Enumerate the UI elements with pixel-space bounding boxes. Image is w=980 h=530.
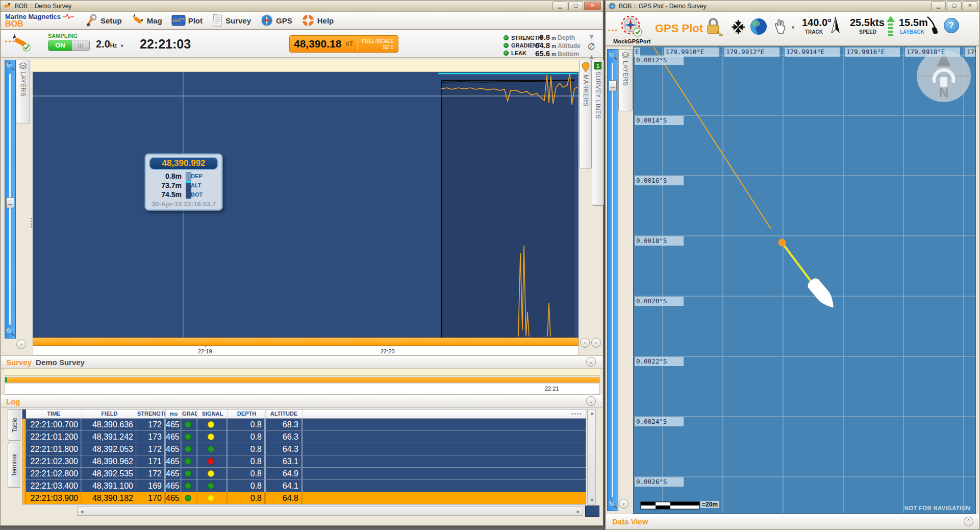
menu-survey[interactable]: Survey: [209, 12, 257, 29]
marker-pin-icon: [582, 62, 590, 73]
menu-help[interactable]: Help: [298, 12, 340, 29]
tab-terminal[interactable]: Terminal: [8, 443, 20, 488]
expand-left-panel-button[interactable]: ›: [16, 340, 26, 349]
null-icon[interactable]: ∅: [588, 41, 595, 52]
pan-tool-dropdown-caret[interactable]: ▼: [791, 25, 795, 30]
gps-source-icon[interactable]: [619, 15, 643, 39]
plot-overview-scrollbar[interactable]: [33, 338, 579, 346]
zoom-in-icon[interactable]: 🔍+: [5, 62, 15, 71]
table-row[interactable]: 22:21:01.200 48,391.242 173 465 0.8 66.3: [26, 431, 586, 443]
tab-table[interactable]: Table: [8, 409, 21, 441]
pan-tool-button[interactable]: [772, 18, 788, 37]
field-readout: 48,390.18 nT FULL-SCALE 92.0: [289, 35, 398, 53]
tab-markers[interactable]: MARKERS: [580, 60, 592, 169]
close-button[interactable]: ✕: [584, 2, 601, 10]
track-needle-icon: [830, 16, 842, 38]
close-button[interactable]: ✕: [963, 2, 977, 10]
map-zoom-in-icon[interactable]: 🔍+: [608, 51, 618, 60]
minimize-button[interactable]: ▁: [552, 2, 567, 10]
center-view-button[interactable]: [730, 18, 747, 38]
sampling-toggle[interactable]: ON |||: [48, 40, 90, 51]
map-zoom-slider[interactable]: 🔍+ ——— 🔍−: [607, 49, 618, 511]
lat-label: 0.0016°S: [635, 176, 684, 185]
log-table-header[interactable]: TIMEFIELDSTRENGTHmsGRADSIGNALDEPTHALTITU…: [26, 409, 586, 419]
signal-dot: [208, 446, 214, 452]
mag-plot-canvas[interactable]: 48,390.992 0.8mDEP73.7mALT74.5mBOT 30-Ap…: [33, 72, 579, 338]
table-row[interactable]: 22:21:03.900 48,390.182 170 465 0.8 64.8: [26, 492, 586, 504]
brand-logo: Marine Magnetics BOB: [1, 13, 82, 29]
map-zoom-out-icon[interactable]: 🔍−: [608, 500, 618, 509]
data-view-header[interactable]: Data View: [606, 514, 979, 529]
table-row[interactable]: 22:21:00.700 48,390.636 172 465 0.8 68.3: [26, 419, 586, 431]
world-view-button[interactable]: [749, 17, 768, 38]
table-row[interactable]: 22:21:01.800 48,392.053 172 465 0.8 64.3: [26, 443, 586, 455]
titlebar-left[interactable]: BOB :: Demo Survey ▁ ▢ ✕: [1, 1, 603, 12]
time-tick-1: 22:19: [198, 348, 212, 354]
field-value: 48,390.18: [294, 38, 341, 50]
log-section-header[interactable]: Log: [1, 395, 602, 408]
signal-dot: [208, 458, 214, 465]
menu-gps[interactable]: GPS: [257, 12, 298, 29]
maximize-button[interactable]: ▢: [947, 2, 962, 10]
status-bar: • • • SAMPLING ON ||| 2.0Hz ▼ 22:21:03 4…: [1, 30, 602, 58]
map-graphics: N: [634, 47, 976, 514]
collapse-log-button[interactable]: ⌄: [586, 396, 596, 406]
table-row[interactable]: 22:21:03.400 48,391.100 169 465 0.8 64.1: [26, 480, 586, 492]
menu-plot[interactable]: Plot: [168, 12, 209, 29]
metric-row: 64.8mAltitude: [535, 41, 584, 49]
towfish-status-icon: • • •: [5, 34, 32, 55]
plot-zoom-slider[interactable]: 🔍+ ——— 🔍−: [5, 60, 16, 339]
survey-strip: [5, 369, 600, 376]
lon-label: 179.9918°E: [905, 47, 960, 57]
help-button[interactable]: ?: [944, 18, 959, 33]
rate-dropdown-caret[interactable]: ▼: [120, 43, 124, 49]
collapse-survey-button[interactable]: ⌄: [586, 357, 596, 367]
lat-label: 0.0018°S: [635, 236, 684, 246]
speed-value: 25.5kts: [850, 17, 885, 29]
layback-cable-icon: [925, 16, 939, 38]
column-resize-dots[interactable]: ••••: [571, 411, 583, 417]
minimize-button[interactable]: ▁: [931, 2, 946, 10]
survey-section-title: Survey: [6, 358, 32, 367]
table-row[interactable]: 22:21:02.300 48,390.962 171 465 0.8 63.1: [26, 455, 586, 468]
layers-icon: [18, 62, 28, 69]
gps-toolbar: • • • MockGPSPort GPS Plot ▼ 140.0° TRAC…: [606, 12, 979, 46]
table-row[interactable]: 22:21:02.800 48,392.535 172 465 0.8 64.9: [26, 468, 586, 480]
survey-section-header[interactable]: Survey Demo Survey: [1, 355, 602, 369]
expand-data-view-button[interactable]: ⌃: [964, 517, 973, 526]
vessel-icon: [806, 276, 838, 312]
menu-setup[interactable]: Setup: [82, 12, 128, 29]
maximize-button[interactable]: ▢: [568, 2, 583, 10]
green-led-icon: [504, 51, 509, 56]
tab-survey-lines[interactable]: 1 SURVEY LINES: [592, 60, 604, 206]
menu-mag[interactable]: Mag: [128, 12, 168, 29]
sample-rate[interactable]: 2.0Hz ▼: [96, 38, 124, 50]
pan-left-button[interactable]: ‹: [580, 338, 590, 348]
signal-dot: [208, 495, 214, 501]
tooltip-rows: 0.8mDEP73.7mALT74.5mBOT: [149, 172, 218, 199]
survey-timeline-track[interactable]: [5, 377, 600, 383]
lock-button[interactable]: [705, 17, 726, 39]
survey-name: Demo Survey: [36, 358, 85, 367]
arrow-down-icon[interactable]: ▼: [588, 33, 595, 41]
zoom-out-icon[interactable]: 🔍−: [5, 327, 15, 336]
tab-layers-left[interactable]: LAYERS: [16, 60, 30, 124]
disclaimer-text: NOT FOR NAVIGATION: [904, 505, 970, 511]
tooltip-timestamp: 30-Apr-15 22:18:53.7: [149, 200, 218, 208]
lat-label: 0.0026°S: [635, 477, 684, 487]
app-icon: [4, 3, 12, 9]
survey-timeline-bar[interactable]: [7, 377, 599, 382]
green-led-icon: [504, 43, 509, 48]
tab-layers-map[interactable]: LAYERS: [618, 49, 633, 111]
table-accent-bar: [22, 409, 26, 504]
zoom-slider-handle[interactable]: ———: [6, 197, 14, 208]
pan-right-button[interactable]: ‹: [591, 338, 601, 348]
lat-label: 0.0014°S: [635, 116, 684, 125]
chart-icon: [171, 14, 186, 27]
gps-map[interactable]: N E 179.9910°E179.9912°E179.9914°E179.99…: [633, 46, 976, 514]
map-zoom-handle[interactable]: ———: [609, 80, 617, 91]
table-hscrollbar[interactable]: ◄►: [77, 507, 583, 516]
expand-map-panel-button[interactable]: ›: [619, 499, 629, 509]
titlebar-right[interactable]: BOB :: GPS Plot - Demo Survey ▁ ▢ ✕: [606, 1, 979, 12]
table-vscrollbar[interactable]: ▲▼: [587, 409, 596, 504]
